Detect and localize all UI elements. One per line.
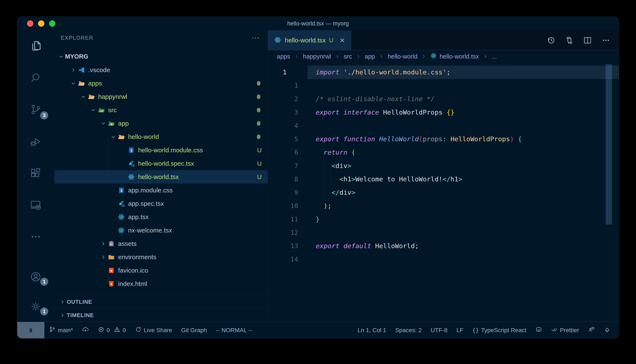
tree-item-app-tsx[interactable]: app.tsx [54, 210, 268, 224]
status-language-mode[interactable]: {}TypeScript React [468, 322, 531, 338]
status-feedback[interactable] [583, 322, 599, 338]
tree-item-label: src [108, 106, 117, 114]
tree-item-app[interactable]: app [54, 117, 268, 130]
react-icon [430, 52, 437, 61]
tree-item-favicon-ico[interactable]: ★favicon.ico [54, 264, 268, 277]
breadcrumb-item[interactable]: src [344, 53, 352, 60]
branch-icon [49, 326, 56, 334]
section-outline[interactable]: OUTLINE [54, 295, 268, 308]
chevron-down-icon [99, 121, 107, 126]
tree-item-src[interactable]: </>src [54, 103, 268, 117]
activity-run-and-debug[interactable] [17, 126, 54, 158]
tab-hello-world-tsx[interactable]: hello-world.tsx U [268, 30, 351, 50]
explorer-sidebar: EXPLORER ⋯ MYORG.vscodeappshappynrwl</>s… [54, 30, 268, 322]
tree-item-happynrwl[interactable]: happynrwl [54, 90, 268, 103]
breadcrumb-separator-icon [483, 54, 488, 59]
git-modified-dot [257, 134, 261, 139]
line-number: 4 [268, 119, 308, 132]
remote-indicator[interactable] [17, 322, 44, 338]
status-branch[interactable]: main* [44, 322, 78, 338]
chevron-down-icon [109, 134, 117, 140]
explorer-more-actions-icon[interactable]: ⋯ [252, 36, 260, 40]
line-number: 8 [268, 172, 308, 186]
breadcrumb-item[interactable]: hello-world [388, 53, 417, 60]
close-tab-icon[interactable] [339, 37, 345, 44]
git-modified-dot [257, 94, 261, 99]
tree-item-hello-world-spec-tsx[interactable]: TShello-world.spec.tsxU [54, 157, 268, 170]
tree-item-label: index.html [118, 280, 147, 288]
status-git-graph[interactable]: Git Graph [177, 322, 211, 338]
status-eol[interactable]: LF [452, 322, 468, 338]
timeline-history-icon[interactable] [547, 36, 555, 45]
tree-item--vscode[interactable]: .vscode [54, 63, 268, 76]
git-untracked-badge: U [257, 173, 262, 180]
open-changes-icon[interactable] [565, 36, 574, 45]
breadcrumb-item[interactable]: ... [492, 53, 497, 60]
code-editor[interactable]: 1import './hello-world.module.css';12/* … [268, 62, 619, 322]
activity-search[interactable] [17, 62, 54, 94]
breadcrumb-separator-icon [379, 54, 384, 59]
tree-item-hello-world-module-css[interactable]: 3hello-world.module.cssU [54, 144, 268, 157]
tree-item-app-module-css[interactable]: 3app.module.css [54, 184, 268, 197]
git-modified-dot [257, 81, 261, 86]
checkdouble-icon [551, 326, 558, 334]
activity-accounts[interactable]: 1 [17, 262, 54, 292]
activity-extensions[interactable] [17, 158, 54, 190]
breadcrumb-item[interactable]: apps [277, 53, 290, 60]
breadcrumb-item[interactable]: app [365, 53, 375, 60]
status-indentation[interactable]: Spaces: 2 [391, 322, 426, 338]
tree-item-hello-world[interactable]: hello-world [54, 130, 268, 144]
status-label: TypeScript React [481, 327, 526, 334]
activity-explorer[interactable] [17, 30, 54, 62]
tree-item-label: app.spec.tsx [128, 200, 164, 207]
breadcrumb-item[interactable]: happynrwl [303, 53, 331, 60]
folder-icon [107, 253, 116, 261]
breadcrumb-separator-icon [421, 54, 426, 59]
status-label: -- NORMAL -- [216, 327, 252, 334]
tree-item-app-spec-tsx[interactable]: TSapp.spec.tsx [54, 197, 268, 210]
file-tree: MYORG.vscodeappshappynrwl</>srcapphello-… [54, 45, 268, 290]
chevron-down-icon [70, 80, 77, 86]
tree-item-assets[interactable]: assets [54, 237, 268, 250]
status-octoface[interactable] [531, 322, 547, 338]
status-label: main* [58, 327, 73, 334]
search-icon [30, 72, 42, 84]
status-vim-mode[interactable]: -- NORMAL -- [211, 322, 257, 338]
tree-item-hello-world-tsx[interactable]: hello-world.tsxU [54, 170, 268, 184]
status-sync[interactable] [78, 322, 93, 338]
tree-root-label: MYORG [65, 53, 88, 60]
tree-root-myorg[interactable]: MYORG [54, 50, 268, 63]
activity-more-views[interactable] [17, 221, 54, 253]
status-cursor-position[interactable]: Ln 1, Col 1 [353, 322, 391, 338]
status-errors[interactable]: 00 [93, 322, 130, 338]
section-timeline[interactable]: TIMELINE [54, 308, 268, 322]
line-number: 10 [268, 199, 308, 212]
status-bar: main*00Live ShareGit Graph-- NORMAL -- L… [17, 322, 619, 338]
git-modified-dot [257, 108, 261, 112]
activity-settings[interactable]: 1 [17, 292, 54, 322]
tree-item-index-html[interactable]: 5index.html [54, 277, 268, 290]
line-number: 3 [268, 106, 308, 119]
status-live-share[interactable]: Live Share [130, 322, 177, 338]
breadcrumb-separator-icon [356, 54, 361, 59]
status-prettier[interactable]: Prettier [547, 322, 583, 338]
editor-actions [547, 30, 619, 50]
more-actions-icon[interactable] [601, 36, 610, 45]
status-label: LF [457, 327, 464, 334]
editor-scrollbar[interactable] [606, 64, 612, 225]
vscode-window: hello-world.tsx — myorg 311 EXPLORER ⋯ M… [17, 16, 619, 338]
react-icon [117, 213, 126, 221]
tree-item-nx-welcome-tsx[interactable]: nx-welcome.tsx [54, 224, 268, 237]
line-number: 1 [268, 79, 308, 92]
activity-source-control[interactable]: 3 [17, 94, 54, 126]
split-editor-icon[interactable] [583, 36, 592, 45]
status-label: Ln 1, Col 1 [357, 327, 386, 334]
activity-remote-explorer[interactable] [17, 190, 54, 221]
react-icon [127, 173, 135, 181]
tree-item-apps[interactable]: apps [54, 76, 268, 90]
status-notifications[interactable] [599, 322, 615, 338]
tree-item-environments[interactable]: environments [54, 250, 268, 264]
status-encoding[interactable]: UTF-8 [426, 322, 452, 338]
breadcrumb-item[interactable]: hello-world.tsx [430, 52, 479, 61]
tree-item-label: hello-world.tsx [138, 173, 179, 180]
